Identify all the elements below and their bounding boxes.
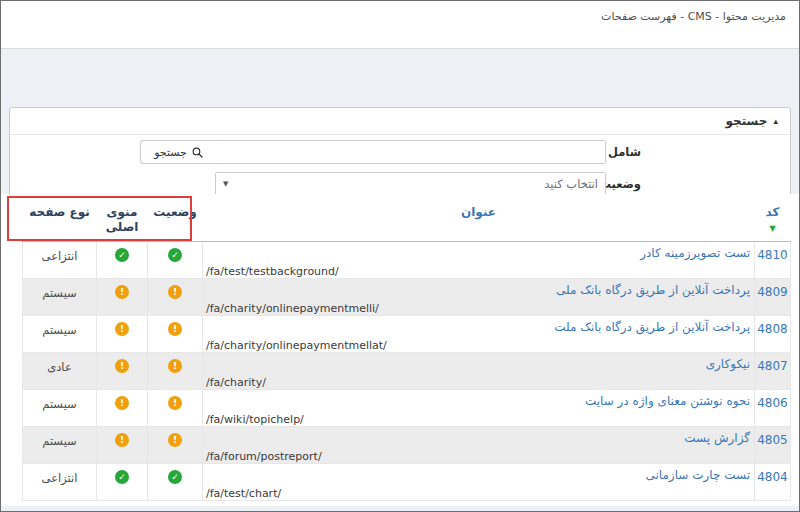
table-body: 4810 تست تصویرزمینه کادر /fa/test/testba…	[23, 241, 791, 500]
table-row: 4810 تست تصویرزمینه کادر /fa/test/testba…	[23, 241, 791, 278]
row-title-cell: نیکوکاری /fa/charity/	[203, 352, 755, 389]
cms-page-list-screen: { "page": { "breadcrumb": "مدیریت محتوا …	[0, 0, 800, 512]
table-row: 4808 پرداخت آنلاین از طریق درگاه بانک مل…	[23, 315, 791, 352]
row-status-cell: !	[148, 315, 203, 352]
table-row: 4809 پرداخت آنلاین از طریق درگاه بانک مل…	[23, 278, 791, 315]
row-page-type: سیستم	[23, 315, 97, 352]
warning-icon: !	[115, 322, 129, 336]
row-status-cell: !	[148, 389, 203, 426]
check-icon: ✓	[115, 470, 129, 484]
row-main-menu-cell: ✓	[97, 241, 148, 278]
bottom-strip	[1, 506, 799, 511]
breadcrumb: مدیریت محتوا - CMS - فهرست صفحات	[601, 10, 786, 23]
table-header-row: کد ▼ عنوان وضعیت منوی اصلی نوع صفحه	[23, 196, 791, 241]
warning-icon: !	[115, 396, 129, 410]
row-main-menu-cell: !	[97, 278, 148, 315]
row-code: 4809	[755, 278, 791, 315]
row-title-cell: تست چارت سازمانی /fa/test/chart/	[203, 463, 755, 500]
check-icon: ✓	[168, 470, 182, 484]
warning-icon: !	[168, 396, 182, 410]
search-panel-header[interactable]: ▴ جستجو	[10, 108, 790, 135]
row-code: 4808	[755, 315, 791, 352]
page-title-link[interactable]: پرداخت آنلاین از طریق درگاه بانک ملت	[205, 320, 750, 334]
warning-icon: !	[115, 285, 129, 299]
row-status-cell: !	[148, 278, 203, 315]
pages-table-area: کد ▼ عنوان وضعیت منوی اصلی نوع صفحه 4810…	[1, 194, 799, 511]
row-page-type: سیستم	[23, 426, 97, 463]
page-url: /fa/charity/onlinepaymentmelli/	[205, 302, 750, 315]
row-title-cell: تست تصویرزمینه کادر /fa/test/testbackgro…	[203, 241, 755, 278]
column-header-code[interactable]: کد ▼	[755, 196, 791, 241]
page-url: /fa/test/testbackground/	[205, 265, 750, 278]
warning-icon: !	[168, 359, 182, 373]
row-status-cell: !	[148, 352, 203, 389]
row-title-cell: گزارش پست /fa/forum/postreport/	[203, 426, 755, 463]
page-url: /fa/test/chart/	[205, 487, 750, 500]
search-button[interactable]: جستجو	[140, 140, 216, 164]
row-code: 4805	[755, 426, 791, 463]
page-title-link[interactable]: گزارش پست	[205, 431, 750, 445]
column-header-main-menu: منوی اصلی	[97, 196, 148, 241]
table-row: 4805 گزارش پست /fa/forum/postreport/ ! !…	[23, 426, 791, 463]
row-code: 4806	[755, 389, 791, 426]
page-url: /fa/wiki/topichelp/	[205, 413, 750, 426]
warning-icon: !	[168, 322, 182, 336]
row-status-cell: ✓	[148, 241, 203, 278]
row-page-type: عادی	[23, 352, 97, 389]
row-code: 4810	[755, 241, 791, 278]
table-row: 4806 نحوه نوشتن معنای واژه در سایت /fa/w…	[23, 389, 791, 426]
check-icon: ✓	[168, 248, 182, 262]
code-header-label: کد	[766, 205, 780, 219]
sort-desc-icon[interactable]: ▼	[755, 224, 791, 234]
row-status-cell: ✓	[148, 463, 203, 500]
row-main-menu-cell: ✓	[97, 463, 148, 500]
page-url: /fa/forum/postreport/	[205, 450, 750, 463]
status-select[interactable]: انتخاب کنید ▼	[215, 172, 606, 196]
column-header-status: وضعیت	[148, 196, 203, 241]
warning-icon: !	[168, 285, 182, 299]
pages-table: کد ▼ عنوان وضعیت منوی اصلی نوع صفحه 4810…	[22, 196, 791, 501]
row-status-cell: !	[148, 426, 203, 463]
table-row: 4804 تست چارت سازمانی /fa/test/chart/ ✓ …	[23, 463, 791, 500]
page-title-link[interactable]: پرداخت آنلاین از طریق درگاه بانک ملی	[205, 283, 750, 297]
contains-input[interactable]	[215, 140, 606, 164]
row-page-type: سیستم	[23, 278, 97, 315]
row-page-type: سیستم	[23, 389, 97, 426]
search-button-label: جستجو	[154, 146, 187, 159]
row-title-cell: نحوه نوشتن معنای واژه در سایت /fa/wiki/t…	[203, 389, 755, 426]
column-header-page-type: نوع صفحه	[23, 196, 97, 241]
row-title-cell: پرداخت آنلاین از طریق درگاه بانک ملت /fa…	[203, 315, 755, 352]
row-main-menu-cell: !	[97, 389, 148, 426]
row-main-menu-cell: !	[97, 315, 148, 352]
page-url: /fa/charity/onlinepaymentmellat/	[205, 339, 750, 352]
row-code: 4804	[755, 463, 791, 500]
warning-icon: !	[115, 433, 129, 447]
collapse-caret-icon: ▴	[773, 108, 778, 134]
check-icon: ✓	[115, 248, 129, 262]
row-code: 4807	[755, 352, 791, 389]
warning-icon: !	[168, 433, 182, 447]
page-title-link[interactable]: نیکوکاری	[205, 357, 750, 371]
page-title-link[interactable]: تست تصویرزمینه کادر	[205, 246, 750, 260]
search-icon	[192, 147, 203, 158]
row-title-cell: پرداخت آنلاین از طریق درگاه بانک ملی /fa…	[203, 278, 755, 315]
row-page-type: انتزاعی	[23, 463, 97, 500]
table-row: 4807 نیکوکاری /fa/charity/ ! ! عادی	[23, 352, 791, 389]
row-page-type: انتزاعی	[23, 241, 97, 278]
status-select-value: انتخاب کنید	[544, 177, 598, 191]
search-band: ▴ جستجو شامل جستجو وضعیت انتخاب کنید ▼ ز…	[1, 48, 799, 194]
chevron-down-icon: ▼	[223, 173, 228, 196]
page-url: /fa/charity/	[205, 376, 750, 389]
column-header-title[interactable]: عنوان	[203, 196, 755, 241]
page-title-link[interactable]: نحوه نوشتن معنای واژه در سایت	[205, 394, 750, 408]
page-title-link[interactable]: تست چارت سازمانی	[205, 468, 750, 482]
row-main-menu-cell: !	[97, 426, 148, 463]
row-main-menu-cell: !	[97, 352, 148, 389]
warning-icon: !	[115, 359, 129, 373]
search-panel-title: جستجو	[726, 108, 768, 134]
